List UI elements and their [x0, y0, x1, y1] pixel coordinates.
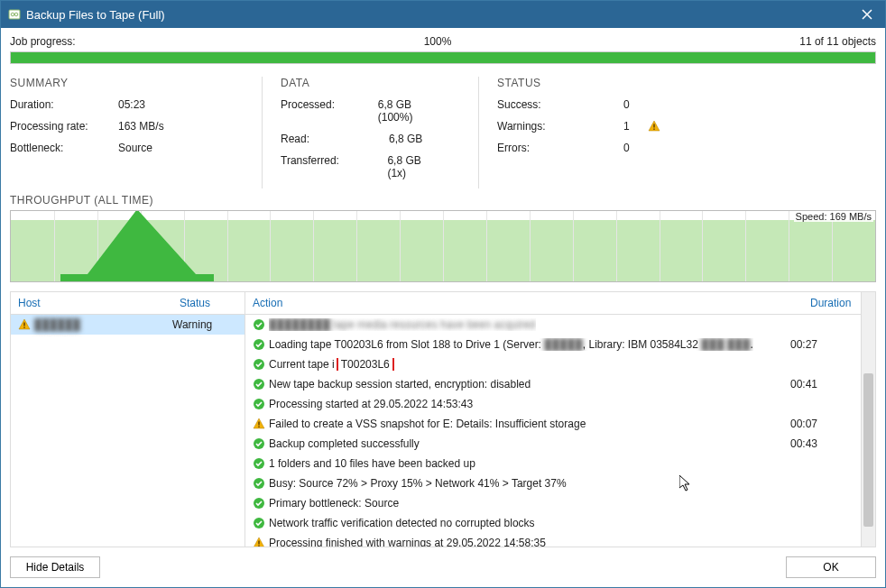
action-row[interactable]: Backup completed successfully00:43	[245, 434, 861, 454]
action-text: Processing started at 29.05.2022 14:53:4…	[269, 398, 473, 410]
success-icon	[253, 398, 269, 410]
hide-details-button[interactable]: Hide Details	[10, 556, 100, 578]
progress-bar	[10, 51, 876, 64]
warning-icon	[253, 418, 269, 430]
action-row[interactable]: Processing finished with warnings at 29.…	[245, 533, 861, 547]
action-duration: 00:43	[790, 437, 854, 450]
close-button[interactable]	[849, 1, 885, 28]
host-table-body: ██████Warning	[11, 315, 245, 547]
duration-label: Duration:	[10, 98, 118, 111]
action-text: Busy: Source 72% > Proxy 15% > Network 4…	[269, 477, 567, 490]
rate-label: Processing rate:	[10, 120, 118, 133]
svg-rect-6	[23, 323, 24, 326]
read-label: Read:	[281, 133, 389, 145]
success-icon	[253, 497, 269, 510]
tape-icon	[8, 8, 21, 21]
warnings-value: 1	[623, 120, 630, 133]
action-text: Primary bottleneck: Source	[269, 497, 399, 510]
processed-value: 6,8 GB (100%)	[378, 98, 442, 124]
svg-rect-20	[258, 541, 259, 545]
success-value: 0	[623, 98, 630, 111]
action-duration: 00:27	[790, 338, 854, 351]
host-name: ██████	[34, 318, 80, 331]
errors-label: Errors:	[497, 142, 623, 154]
data-column: DATA Processed:6,8 GB (100%) Read:6,8 GB…	[263, 77, 479, 188]
svg-rect-14	[258, 427, 259, 427]
data-heading: DATA	[281, 77, 442, 89]
bottleneck-label: Bottleneck:	[10, 142, 118, 154]
footer: Hide Details OK	[1, 547, 885, 587]
action-text: Loading tape T00203L6 from Slot 188 to D…	[269, 338, 753, 351]
success-icon	[253, 457, 269, 470]
warning-icon	[253, 537, 269, 547]
svg-rect-3	[653, 124, 654, 128]
progress-section: Job progress: 100% 11 of 11 objects	[1, 28, 885, 68]
success-icon	[253, 437, 269, 450]
action-table-header: Action Duration	[245, 292, 875, 315]
success-icon	[253, 358, 269, 371]
host-row[interactable]: ██████Warning	[11, 315, 245, 335]
svg-rect-21	[258, 546, 259, 547]
window-title: Backup Files to Tape (Full)	[26, 8, 849, 22]
progress-bar-fill	[11, 52, 875, 63]
throughput-heading: THROUGHPUT (ALL TIME)	[1, 192, 885, 210]
status-column-header[interactable]: Status	[172, 292, 245, 314]
success-icon	[253, 477, 269, 490]
action-text: Failed to create a VSS snapshot for E: D…	[269, 418, 586, 430]
action-duration: 00:41	[790, 378, 854, 390]
action-row[interactable]: Loading tape T00203L6 from Slot 188 to D…	[245, 335, 861, 354]
success-icon	[253, 318, 269, 331]
rate-value: 163 MB/s	[118, 120, 164, 133]
scroll-thumb[interactable]	[863, 373, 873, 527]
success-icon	[253, 517, 269, 529]
job-progress-objects: 11 of 11 objects	[799, 35, 876, 48]
action-row[interactable]: Primary bottleneck: Source	[245, 493, 861, 513]
svg-rect-4	[653, 129, 654, 130]
throughput-chart: Speed: 169 MB/s	[10, 210, 876, 282]
action-text: New tape backup session started, encrypt…	[269, 378, 531, 390]
summary-column: SUMMARY Duration:05:23 Processing rate:1…	[10, 77, 263, 188]
action-row[interactable]: Busy: Source 72% > Proxy 15% > Network 4…	[245, 473, 861, 493]
transferred-value: 6,8 GB (1x)	[387, 154, 442, 179]
status-heading: STATUS	[497, 77, 660, 89]
action-row[interactable]: Network traffic verification detected no…	[245, 513, 861, 533]
action-table-body: ████████ tape media resources have been …	[245, 315, 875, 547]
host-column-header[interactable]: Host	[11, 292, 172, 314]
status-column: STATUS Success:0 Warnings:1 Errors:0	[479, 77, 697, 188]
action-row[interactable]: Processing started at 29.05.2022 14:53:4…	[245, 394, 861, 414]
host-table-header: Host Status	[11, 292, 245, 315]
ok-button[interactable]: OK	[786, 556, 876, 578]
action-row[interactable]: 1 folders and 10 files have been backed …	[245, 454, 861, 473]
throughput-speed-label: Speed: 169 MB/s	[794, 211, 873, 222]
warning-icon	[648, 120, 660, 133]
host-status: Warning	[172, 318, 237, 331]
svg-rect-13	[258, 422, 259, 426]
close-icon	[862, 9, 872, 20]
title-bar: Backup Files to Tape (Full)	[1, 1, 885, 28]
read-value: 6,8 GB	[389, 133, 422, 145]
backup-job-window: Backup Files to Tape (Full) Job progress…	[0, 0, 886, 588]
svg-rect-7	[23, 327, 24, 328]
action-row[interactable]: ████████ tape media resources have been …	[245, 315, 861, 335]
action-duration: 00:07	[790, 418, 854, 430]
svg-marker-5	[60, 210, 214, 281]
vertical-scrollbar[interactable]	[861, 292, 875, 547]
tables-row: Host Status ██████Warning Action Duratio…	[10, 291, 876, 547]
job-progress-percent: 100%	[424, 35, 452, 48]
action-row[interactable]: Failed to create a VSS snapshot for E: D…	[245, 414, 861, 434]
warnings-label: Warnings:	[497, 120, 623, 133]
success-label: Success:	[497, 98, 623, 111]
success-icon	[253, 378, 269, 390]
errors-value: 0	[623, 142, 630, 154]
action-table: Action Duration ████████ tape media reso…	[245, 292, 875, 547]
action-row[interactable]: New tape backup session started, encrypt…	[245, 374, 861, 394]
job-progress-label: Job progress:	[10, 35, 76, 48]
bottleneck-value: Source	[118, 142, 152, 154]
action-column-header[interactable]: Action	[245, 292, 803, 314]
throughput-peak	[60, 210, 214, 281]
action-row[interactable]: Current tape iT00203L6	[245, 354, 861, 374]
processed-label: Processed:	[281, 98, 378, 124]
action-text: Network traffic verification detected no…	[269, 517, 535, 529]
warning-icon	[18, 318, 34, 331]
action-text: Current tape iT00203L6	[269, 358, 394, 371]
